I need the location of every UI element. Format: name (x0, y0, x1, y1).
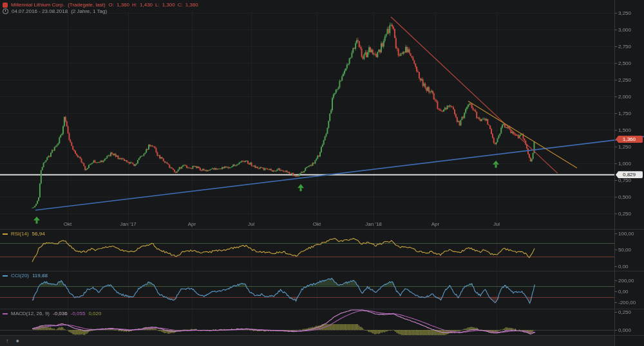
macd-line-swatch-icon (3, 313, 8, 314)
tick-dash-icon (615, 113, 617, 114)
tick-dash-icon (615, 291, 617, 292)
symbol-title: Millennial Lithium Corp. (11, 2, 64, 8)
time-label: Jan '18 (365, 221, 382, 227)
macd-legend[interactable]: MACD(12, 26, 9) -0,036 -0,055 0,020 (3, 311, 101, 316)
axis-tick-label: 2,250 (615, 77, 631, 83)
axis-tick-label: 1,750 (615, 111, 631, 116)
date-range: 04.07.2016 - 23.08.2018 (12, 8, 68, 14)
tick-dash-icon (615, 280, 617, 281)
tick-dash-icon (615, 163, 617, 164)
macd-value: -0,036 (53, 311, 68, 316)
high-value: 1,430 (140, 2, 153, 8)
price-axis[interactable]: 1,360 0,829 3,2503,0002,7502,5002,2502,0… (614, 0, 644, 346)
axis-tick-label: 0,00 (615, 264, 629, 269)
axis-tick-label: 0,500 (615, 194, 631, 200)
axis-tick-label: 3,250 (615, 10, 631, 16)
rsi-legend[interactable]: RSI(14) 56,94 (3, 231, 45, 237)
tick-dash-icon (615, 180, 617, 181)
axis-tick-label: 0,250 (615, 309, 631, 315)
chart-canvas[interactable] (0, 0, 644, 346)
time-label: Apr (188, 221, 196, 227)
tick-dash-icon (615, 96, 617, 97)
tick-text: 1,250 (618, 144, 631, 150)
tick-text: 2,000 (618, 94, 631, 100)
bottom-toolbar: ↑ ● (0, 336, 614, 346)
time-label: Jan '17 (120, 221, 137, 227)
tick-text: 3,250 (618, 10, 631, 16)
axis-tick-label: 0,250 (615, 211, 631, 217)
cci-value: 119,88 (32, 273, 48, 278)
tick-dash-icon (615, 312, 617, 313)
arrow-up-icon[interactable]: ↑ (6, 336, 9, 346)
macd-label: MACD(12, 26, 9) (11, 311, 50, 316)
tick-text: -200,00 (618, 300, 636, 305)
time-label: Apr (431, 221, 439, 227)
axis-tick-label: 1,500 (615, 127, 631, 133)
tick-dash-icon (615, 197, 617, 197)
tick-dash-icon (615, 233, 617, 234)
tick-dash-icon (615, 330, 617, 331)
rsi-value: 56,94 (32, 231, 45, 237)
tick-text: 1,500 (618, 127, 631, 133)
tick-text: 0,500 (618, 194, 631, 200)
tick-text: 2,250 (618, 77, 631, 83)
pane-separator[interactable] (0, 229, 644, 230)
tick-text: 0,000 (618, 327, 631, 333)
tick-dash-icon (615, 266, 617, 267)
pane-separator[interactable] (0, 335, 644, 336)
pane-separator[interactable] (0, 271, 644, 271)
date-range-row[interactable]: 04.07.2016 - 23.08.2018 (2 Jahre, 1 Tag) (3, 8, 107, 14)
tick-dash-icon (615, 214, 617, 214)
tick-dash-icon (615, 63, 617, 64)
tick-text: 3,000 (618, 27, 631, 33)
symbol-logo-icon (3, 3, 8, 8)
time-label: Okt (313, 221, 321, 227)
axis-tick-label: 1,250 (615, 144, 631, 150)
time-label: Jul (493, 221, 500, 227)
macd-hist-value: 0,020 (88, 311, 101, 316)
time-label: Okt (64, 221, 71, 227)
tick-text: 0,00 (618, 264, 629, 269)
time-axis[interactable]: OktJan '17AprJulOktJan '18AprJul (0, 221, 614, 229)
tick-text: 100,00 (618, 231, 634, 237)
symbol-legend[interactable]: Millennial Lithium Corp. (Tradegate, las… (3, 2, 198, 8)
trading-chart-app: ↑ ● OktJan '17AprJulOktJan '18AprJul 1,3… (0, 0, 644, 346)
tick-text: 0,00 (618, 289, 629, 295)
axis-tick-label: 0,000 (615, 327, 631, 333)
tick-text: 200,00 (618, 278, 634, 284)
clock-icon (3, 8, 8, 14)
axis-tick-label: 2,500 (615, 60, 631, 66)
low-label: L: (155, 2, 160, 8)
cci-legend[interactable]: CCI(20) 119,88 (3, 273, 48, 278)
tick-text: 50,00 (618, 247, 631, 253)
tick-dash-icon (615, 147, 617, 147)
range-duration: (2 Jahre, 1 Tag) (71, 8, 107, 14)
axis-tick-label: 50,00 (615, 247, 631, 253)
open-value: 1,360 (117, 2, 129, 8)
macd-signal-value: -0,055 (71, 311, 86, 316)
axis-tick-label: 3,000 (615, 27, 631, 33)
rsi-label: RSI(14) (11, 231, 29, 237)
ohlc-values: O: 1,360 H: 1,430 L: 1,300 C: 1,360 (109, 2, 198, 8)
tick-text: 1,000 (618, 161, 631, 167)
tick-text: 1,750 (618, 111, 631, 116)
close-label: C: (178, 2, 183, 8)
tick-text: 0,250 (618, 211, 631, 217)
tick-dash-icon (615, 80, 617, 80)
axis-tick-label: 0,00 (615, 289, 629, 295)
axis-tick-label: 200,00 (615, 278, 634, 284)
close-value: 1,360 (185, 2, 198, 8)
last-price-badge: 1,360 (616, 136, 643, 143)
tick-dash-icon (615, 13, 617, 14)
tick-dash-icon (615, 302, 617, 303)
tick-text: 2,750 (618, 44, 631, 50)
tick-dash-icon (615, 46, 617, 47)
tick-text: 0,250 (618, 309, 631, 315)
cci-label: CCI(20) (11, 273, 29, 278)
dot-icon[interactable]: ● (16, 336, 19, 346)
high-label: H: (132, 2, 137, 8)
pane-separator[interactable] (0, 309, 644, 309)
tick-dash-icon (615, 30, 617, 30)
low-value: 1,300 (162, 2, 175, 8)
time-label: Jul (248, 221, 254, 227)
